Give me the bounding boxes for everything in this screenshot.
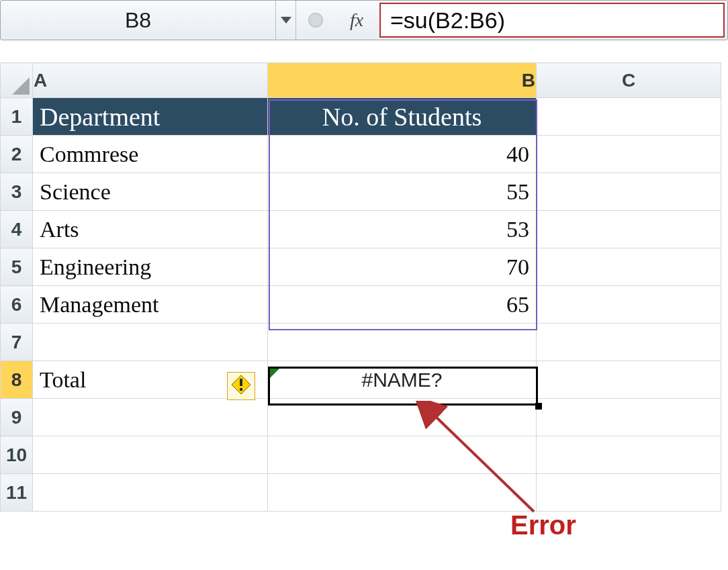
formula-input[interactable]: =su(B2:B6)	[379, 3, 725, 38]
row-header[interactable]: 6	[1, 286, 33, 324]
col-header-B[interactable]: B	[268, 63, 537, 98]
cell-C2[interactable]	[537, 136, 721, 173]
row-header[interactable]: 5	[1, 248, 33, 286]
cell-B7[interactable]	[268, 324, 537, 361]
cell-B2[interactable]: 40	[268, 136, 537, 173]
cell-C8[interactable]	[537, 361, 721, 399]
table-row: 7	[1, 324, 721, 361]
col-header-A[interactable]: A	[33, 63, 268, 98]
svg-rect-3	[240, 388, 242, 391]
cancel-dot-icon	[308, 13, 323, 28]
cell-C11[interactable]	[537, 474, 721, 512]
cell-C6[interactable]	[537, 286, 721, 324]
row-header[interactable]: 10	[1, 436, 33, 474]
table-row: 2 Commrese 40	[1, 136, 721, 173]
cell-A5[interactable]: Engineering	[33, 248, 268, 286]
cell-A2[interactable]: Commrese	[33, 136, 268, 173]
row-header[interactable]: 3	[1, 173, 33, 211]
fill-handle[interactable]	[535, 403, 542, 410]
table-row: 10	[1, 436, 721, 474]
warning-diamond-icon	[231, 375, 251, 397]
table-row: 5 Engineering 70	[1, 248, 721, 286]
error-triangle-icon	[270, 369, 279, 378]
cell-A9[interactable]	[33, 399, 268, 436]
error-trace-button[interactable]	[227, 372, 255, 400]
cell-C5[interactable]	[537, 248, 721, 286]
name-box[interactable]: B8	[1, 1, 276, 40]
row-header[interactable]: 9	[1, 399, 33, 436]
name-box-dropdown[interactable]	[276, 1, 296, 40]
table-row: 8 Total #NAME?	[1, 361, 721, 399]
cell-C9[interactable]	[537, 399, 721, 436]
row-header[interactable]: 7	[1, 324, 33, 361]
row-header[interactable]: 1	[1, 98, 33, 136]
cell-C1[interactable]	[537, 98, 721, 136]
svg-marker-0	[281, 17, 291, 23]
row-header[interactable]: 4	[1, 211, 33, 248]
formula-bar: B8 fx =su(B2:B6)	[0, 0, 728, 40]
cell-A3[interactable]: Science	[33, 173, 268, 211]
cell-B8[interactable]: #NAME?	[268, 361, 537, 399]
cell-A11[interactable]	[33, 474, 268, 512]
cell-B3[interactable]: 55	[268, 173, 537, 211]
table-row: 1 Department No. of Students	[1, 98, 721, 136]
grid-table: A B C 1 Department No. of Students 2 Com…	[0, 62, 721, 512]
cell-A7[interactable]	[33, 324, 268, 361]
table-row: 4 Arts 53	[1, 211, 721, 248]
chevron-down-icon	[281, 14, 291, 26]
cell-C3[interactable]	[537, 173, 721, 211]
cell-A4[interactable]: Arts	[33, 211, 268, 248]
col-header-C[interactable]: C	[537, 63, 721, 98]
row-header[interactable]: 2	[1, 136, 33, 173]
table-row: 11	[1, 474, 721, 512]
column-header-row: A B C	[1, 63, 721, 98]
cell-A1[interactable]: Department	[33, 98, 268, 136]
cell-B1[interactable]: No. of Students	[268, 98, 537, 136]
select-all-corner[interactable]	[1, 63, 33, 98]
cell-B4[interactable]: 53	[268, 211, 537, 248]
cell-B6[interactable]: 65	[268, 286, 537, 324]
cell-A6[interactable]: Management	[33, 286, 268, 324]
cell-A10[interactable]	[33, 436, 268, 474]
cell-B11[interactable]	[268, 474, 537, 512]
svg-rect-2	[240, 379, 242, 386]
spreadsheet-grid: A B C 1 Department No. of Students 2 Com…	[0, 62, 721, 512]
cell-C7[interactable]	[537, 324, 721, 361]
cell-B10[interactable]	[268, 436, 537, 474]
row-header[interactable]: 8	[1, 361, 33, 399]
cell-B9[interactable]	[268, 399, 537, 436]
annotation-label: Error	[510, 510, 576, 540]
cell-B5[interactable]: 70	[268, 248, 537, 286]
table-row: 9	[1, 399, 721, 436]
row-header[interactable]: 11	[1, 474, 33, 512]
fx-icon[interactable]: fx	[350, 9, 363, 31]
cell-C4[interactable]	[537, 211, 721, 248]
table-row: 6 Management 65	[1, 286, 721, 324]
fx-area: fx	[296, 1, 377, 40]
cell-C10[interactable]	[537, 436, 721, 474]
table-row: 3 Science 55	[1, 173, 721, 211]
